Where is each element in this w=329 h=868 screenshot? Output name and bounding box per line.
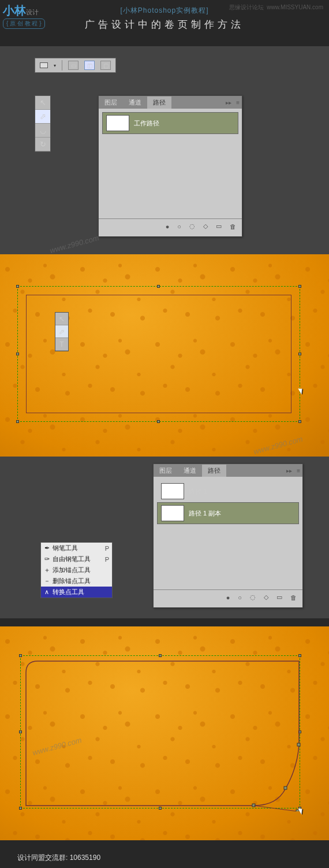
stroke-path-icon[interactable]: ○: [238, 594, 242, 601]
tool-preset-swatch[interactable]: [40, 62, 48, 68]
paths-mode-button[interactable]: ◫: [84, 61, 95, 70]
path-selection-tool[interactable]: ↖: [35, 96, 50, 110]
handle-mid-right[interactable]: [298, 353, 301, 355]
handle-bot-left[interactable]: [19, 807, 22, 810]
freeform-pen-item[interactable]: ✑ 自由钢笔工具 P: [41, 554, 112, 565]
paths-panel-2: 图层 通道 路径 ▸▸ ≡ 路径 1 路径 1 副本 ● ○ ◌ ◇ ▭ 🗑: [153, 463, 303, 608]
handle-bot-left[interactable]: [16, 420, 19, 423]
delete-path-icon[interactable]: 🗑: [230, 223, 236, 230]
delete-path-icon[interactable]: 🗑: [290, 594, 297, 601]
panel-menu-icon[interactable]: ≡: [234, 99, 242, 106]
tool-flyout: ↖ ⬀ ◡ ↻: [35, 95, 51, 152]
tab-layers[interactable]: 图层: [154, 465, 178, 477]
forum-name: 思缘设计论坛: [229, 4, 264, 10]
handle-top-left[interactable]: [19, 654, 22, 657]
add-anchor-item[interactable]: ＋ 添加锚点工具: [41, 565, 112, 576]
selection-to-path-icon[interactable]: ◇: [264, 593, 268, 601]
options-bar: ▾ ▭ ◫ ▢: [35, 58, 116, 73]
handle-bot-mid[interactable]: [157, 420, 160, 423]
direct-select-flyout: ↖ ⬀ T: [55, 312, 69, 351]
pen-tool-flyout-menu: ✒ 钢笔工具 P ✑ 自由钢笔工具 P ＋ 添加锚点工具 － 删除锚点工具 ∧ …: [40, 542, 113, 598]
path-selection-tool-icon[interactable]: ↖: [55, 313, 68, 325]
page-footer: 设计同盟交流群: 10635190: [0, 840, 329, 868]
add-anchor-icon: ＋: [43, 566, 50, 574]
gap: [0, 618, 329, 626]
tab-layers[interactable]: 图层: [99, 97, 123, 109]
footer-qq-number: 10635190: [70, 854, 100, 862]
separator: [62, 60, 62, 71]
fill-path-icon[interactable]: ●: [226, 594, 230, 601]
path-label: 路径 1: [189, 487, 207, 496]
step-2-canvas: ↖ ⬀ T www.z990.com: [0, 254, 329, 457]
pen-rotate-icon[interactable]: ↻: [35, 138, 50, 151]
panel-menu-icon[interactable]: ≡: [294, 468, 302, 474]
logo-tag: { 原 创 教 程 }: [3, 18, 45, 29]
logo: 小林设计 { 原 创 教 程 }: [3, 3, 61, 29]
menu-label: 删除锚点工具: [53, 577, 107, 585]
shape-layers-mode-button[interactable]: ▭: [68, 61, 78, 70]
svg-line-3: [254, 806, 297, 811]
path-thumbnail: [106, 115, 129, 131]
menu-label: 钢笔工具: [53, 544, 103, 552]
pen-icon: ✒: [43, 544, 50, 552]
menu-label: 添加锚点工具: [53, 566, 107, 574]
watermark: www.z990.com: [49, 233, 100, 255]
tab-channels[interactable]: 通道: [178, 465, 202, 477]
tab-paths[interactable]: 路径: [147, 97, 171, 109]
menu-shortcut: P: [105, 545, 109, 552]
path-label: 路径 1 副本: [189, 509, 221, 518]
handle-top-left[interactable]: [16, 285, 19, 288]
path-label: 工作路径: [134, 119, 159, 128]
tab-paths[interactable]: 路径: [202, 465, 226, 477]
convert-point-item[interactable]: ∧ 转换点工具: [41, 587, 112, 598]
path-item-workpath[interactable]: 工作路径: [102, 112, 238, 134]
tab-channels[interactable]: 通道: [123, 97, 147, 109]
fill-path-icon[interactable]: ●: [166, 223, 170, 230]
panel-collapse-icon[interactable]: ▸▸: [284, 468, 294, 474]
direct-selection-tool[interactable]: ⬀: [35, 110, 50, 124]
delete-anchor-icon: －: [43, 577, 50, 585]
menu-label: 自由钢笔工具: [53, 555, 103, 563]
panel-tab-strip: 图层 通道 路径 ▸▸ ≡: [154, 464, 302, 477]
new-path-icon[interactable]: ▭: [216, 222, 222, 230]
handle-mid-left[interactable]: [16, 353, 19, 355]
handle-top-right[interactable]: [298, 654, 301, 657]
path-item-1[interactable]: 路径 1: [157, 480, 299, 502]
new-path-icon[interactable]: ▭: [276, 593, 282, 601]
paths-panel: 图层 通道 路径 ▸▸ ≡ 工作路径 ● ○ ◌ ◇ ▭ 🗑: [98, 95, 242, 237]
handle-mid-left[interactable]: [19, 730, 22, 733]
panel-body: 路径 1 路径 1 副本: [154, 477, 302, 589]
stroke-path-icon[interactable]: ○: [177, 223, 181, 230]
delete-anchor-item[interactable]: － 删除锚点工具: [41, 576, 112, 587]
convert-point-icon: ∧: [43, 588, 50, 596]
path-to-selection-icon[interactable]: ◌: [189, 222, 195, 230]
panel-footer: ● ○ ◌ ◇ ▭ 🗑: [99, 218, 242, 233]
lasso-icon[interactable]: ◡: [35, 124, 50, 138]
curled-page-path: [23, 658, 306, 811]
handle-top-right[interactable]: [298, 285, 301, 288]
step-1: ▾ ▭ ◫ ▢ ↖ ⬀ ◡ ↻ 图层 通道 路径 ▸▸ ≡ 工作路径 ● ○ ◌: [0, 46, 329, 254]
tool-preset-dropdown-icon[interactable]: ▾: [54, 63, 56, 68]
path-to-selection-icon[interactable]: ◌: [250, 593, 256, 601]
handle-bot-right[interactable]: [298, 420, 301, 423]
selection-to-path-icon[interactable]: ◇: [203, 222, 208, 230]
menu-shortcut: P: [105, 556, 109, 563]
forum-url: www.MISSYUAN.com: [267, 4, 323, 10]
handle-top-mid[interactable]: [157, 285, 160, 288]
freeform-pen-icon: ✑: [43, 555, 50, 563]
logo-text: 小林: [3, 4, 26, 17]
step-3: 图层 通道 路径 ▸▸ ≡ 路径 1 路径 1 副本 ● ○ ◌ ◇ ▭ 🗑: [0, 457, 329, 618]
path-thumbnail: [161, 483, 184, 499]
type-tool-icon[interactable]: T: [55, 338, 68, 351]
footer-label: 设计同盟交流群:: [17, 854, 70, 862]
step-4-canvas: www.z990.com: [0, 626, 329, 840]
logo-subtext: 设计: [26, 9, 39, 16]
handle-top-mid[interactable]: [159, 654, 162, 657]
fill-pixels-mode-button[interactable]: ▢: [100, 61, 111, 70]
pen-tool-item[interactable]: ✒ 钢笔工具 P: [41, 543, 112, 554]
panel-collapse-icon[interactable]: ▸▸: [223, 99, 234, 106]
panel-tab-strip: 图层 通道 路径 ▸▸ ≡: [99, 96, 242, 109]
panel-body: 工作路径: [99, 109, 242, 218]
path-item-1-copy[interactable]: 路径 1 副本: [157, 502, 299, 524]
direct-selection-tool-icon[interactable]: ⬀: [55, 325, 68, 338]
